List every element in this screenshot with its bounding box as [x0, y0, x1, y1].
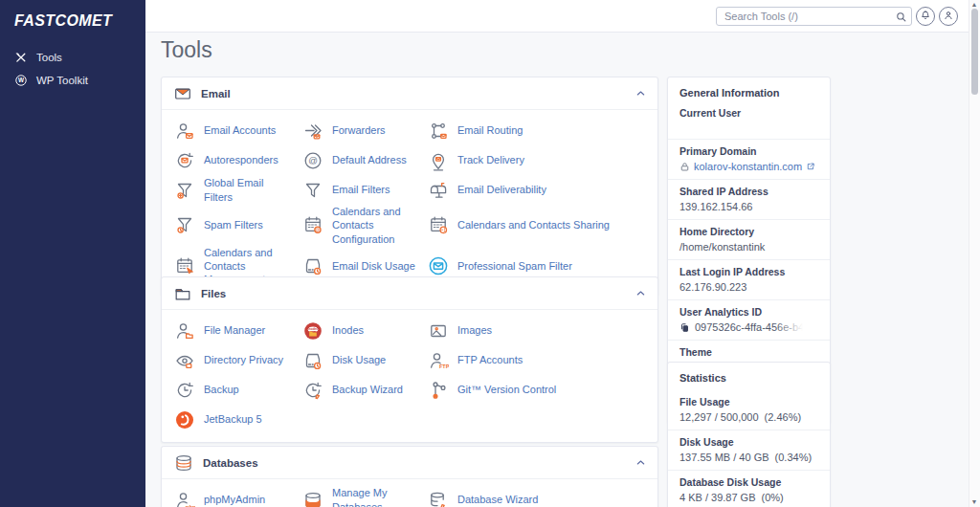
tool-link-label: Database Wizard	[457, 493, 538, 506]
pin-icon	[427, 149, 450, 172]
tool-link-global-email-filters[interactable]: Global Email Filters	[173, 175, 301, 205]
tool-link-calendars-and-contacts-sharing[interactable]: Calendars and Contacts Sharing	[427, 205, 648, 246]
funnel-plus-icon	[173, 179, 196, 202]
section-grid: phpphpMyAdminManage My DatabasesDatabase…	[162, 479, 657, 507]
jetbackup-icon	[173, 408, 196, 431]
tool-link-label: Backup Wizard	[332, 383, 403, 396]
scroll-up-arrow-icon[interactable]: ▲	[969, 1, 979, 9]
scrollbar-thumb[interactable]	[971, 9, 978, 95]
chevron-up-icon[interactable]	[635, 88, 646, 99]
notifications-button[interactable]	[916, 7, 935, 26]
home-directory-label: Home Directory	[679, 226, 818, 237]
tool-link-directory-privacy[interactable]: Directory Privacy	[173, 345, 301, 375]
tool-link-jetbackup-5[interactable]: JetBackup 5	[173, 405, 301, 434]
tool-link-label: Email Deliverability	[457, 183, 546, 196]
tool-link-email-routing[interactable]: Email Routing	[427, 116, 648, 145]
chevron-up-icon[interactable]	[635, 288, 646, 298]
tool-link-git-version-control[interactable]: Git™ Version Control	[427, 375, 648, 405]
primary-domain-row: Primary Domain kolarov-konstantin.com	[668, 139, 830, 179]
tool-link-file-manager[interactable]: File Manager	[173, 316, 301, 345]
funnel-clock-icon	[173, 213, 196, 236]
tool-link-backup[interactable]: Backup	[173, 375, 301, 405]
stat-label: Disk Usage	[679, 436, 818, 448]
copy-icon[interactable]	[679, 322, 690, 333]
tool-link-label: Spam Filters	[204, 218, 263, 231]
brand-logo: FASTCOMET	[0, 0, 145, 30]
analytics-id-label: User Analytics ID	[679, 306, 818, 318]
statistics-panel: Statistics File Usage12,297 / 500,000(2.…	[667, 362, 831, 507]
tool-link-backup-wizard[interactable]: Backup Wizard	[301, 375, 427, 405]
tool-link-label: Calendars and Contacts Configuration	[332, 205, 417, 246]
tool-link-track-delivery[interactable]: Track Delivery	[427, 145, 648, 175]
section-card-email: EmailEmail AccountsForwardersEmail Routi…	[161, 77, 658, 296]
tool-link-forwarders[interactable]: Forwarders	[301, 116, 427, 145]
tool-link-label: Forwarders	[332, 123, 386, 137]
current-user-label: Current User	[679, 107, 818, 119]
analytics-id-value: 0975326c-4ffa-456e-b46c-be3...	[695, 321, 808, 333]
svg-text:php: php	[185, 503, 196, 507]
search-wrap	[716, 7, 912, 26]
primary-domain-link[interactable]: kolarov-konstantin.com	[694, 161, 802, 172]
section-grid: Email AccountsForwardersEmail RoutingAut…	[162, 110, 657, 295]
tool-link-phpmyadmin[interactable]: phpphpMyAdmin	[173, 485, 301, 507]
general-information-title: General Information	[668, 77, 830, 105]
disk-icon	[301, 349, 324, 372]
git-icon	[427, 379, 450, 402]
stat-value: 12,297 / 500,000(2.46%)	[679, 411, 818, 423]
stat-value: 4 KB / 39.87 GB(0%)	[679, 492, 818, 503]
tool-link-label: Git™ Version Control	[457, 383, 556, 396]
sidebar-item-tools[interactable]: Tools	[0, 46, 145, 69]
backup-wand-icon	[301, 379, 324, 402]
calendar-at-icon: @	[301, 213, 324, 236]
shared-ip-label: Shared IP Address	[679, 186, 818, 197]
tool-link-autoresponders[interactable]: Autoresponders	[173, 145, 301, 175]
account-button[interactable]	[939, 7, 958, 26]
tool-link-email-deliverability[interactable]: Email Deliverability	[427, 175, 648, 205]
funnel-icon	[301, 179, 324, 202]
last-login-value: 62.176.90.223	[679, 281, 818, 293]
tool-link-calendars-and-contacts-configuration[interactable]: @Calendars and Contacts Configuration	[301, 205, 427, 246]
scroll-down-arrow-icon[interactable]: ▼	[969, 498, 979, 506]
stat-row-disk-usage: Disk Usage137.55 MB / 40 GB(0.34%)	[668, 430, 830, 470]
tool-link-ftp-accounts[interactable]: FTPFTP Accounts	[427, 345, 648, 375]
home-directory-value: /home/konstantink	[679, 241, 818, 253]
section-header-email: Email	[162, 77, 657, 110]
section-card-files: FilesFile ManagerInodesInodesImagesDirec…	[161, 276, 658, 443]
calendar-manage-icon	[173, 254, 196, 277]
tool-link-label: File Manager	[204, 323, 265, 337]
tool-link-images[interactable]: Images	[427, 316, 648, 345]
tool-link-database-wizard[interactable]: Database Wizard	[427, 485, 648, 507]
user-php-icon: php	[173, 489, 196, 507]
search-input[interactable]	[716, 7, 912, 26]
tool-link-label: Professional Spam Filter	[457, 259, 572, 273]
primary-domain-label: Primary Domain	[679, 145, 818, 157]
tool-link-spam-filters[interactable]: Spam Filters	[173, 205, 301, 246]
section-title: Databases	[203, 457, 258, 469]
tool-link-email-filters[interactable]: Email Filters	[301, 175, 427, 205]
tool-link-label: FTP Accounts	[457, 353, 523, 366]
stat-percent: (2.46%)	[765, 411, 802, 423]
user-ftp-icon: FTP	[427, 349, 450, 372]
eye-icon	[173, 349, 196, 372]
user-folder-icon	[173, 320, 196, 342]
section-header-databases: Databases	[162, 447, 657, 479]
tool-link-label: JetBackup 5	[204, 412, 262, 426]
tool-link-email-accounts[interactable]: Email Accounts	[173, 116, 301, 145]
tool-link-inodes[interactable]: InodesInodes	[301, 316, 427, 345]
sidebar-item-wp-toolkit[interactable]: WWP Toolkit	[0, 69, 145, 92]
email-section-icon	[173, 84, 192, 103]
tool-link-manage-my-databases[interactable]: Manage My Databases	[301, 485, 427, 507]
tool-link-default-address[interactable]: @Default Address	[301, 145, 427, 175]
section-card-databases: DatabasesphpphpMyAdminManage My Database…	[161, 446, 658, 507]
forward-icon	[301, 120, 324, 143]
section-header-files: Files	[162, 277, 657, 310]
loop-mail-icon	[173, 149, 196, 172]
page-scrollbar[interactable]: ▲ ▼	[969, 0, 980, 507]
external-link-icon[interactable]	[806, 162, 815, 171]
stat-percent: (0.34%)	[775, 452, 813, 463]
chevron-up-icon[interactable]	[635, 457, 646, 468]
tool-link-disk-usage[interactable]: Disk Usage	[301, 345, 427, 375]
tool-link-label: phpMyAdmin	[204, 493, 265, 506]
tool-link-label: Directory Privacy	[204, 353, 283, 366]
theme-label: Theme	[679, 346, 818, 358]
